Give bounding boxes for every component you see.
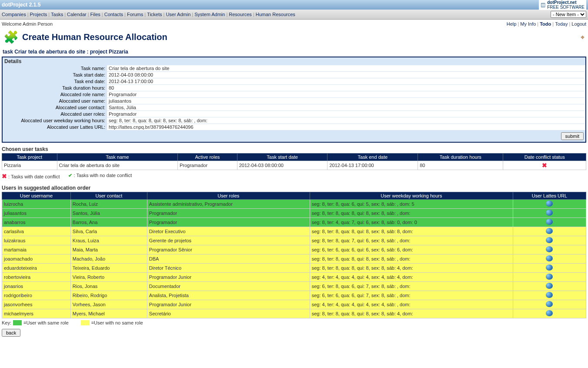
user-row: luizrochaRocha, LuizAssistente administr… — [2, 200, 586, 209]
lattes-icon[interactable] — [546, 301, 553, 307]
lattes-icon[interactable] — [546, 274, 553, 280]
link-todo[interactable]: Todo — [540, 21, 551, 27]
conflict-icon: ✖ — [542, 162, 547, 169]
welcome-links: Help|My Info|Todo|Today|Logout — [507, 21, 586, 27]
user-row: michaelmyersMyers, MichaelSecretárioseg:… — [2, 309, 586, 318]
nav-bar: Companies|Projects|Tasks|Calendar|Files|… — [0, 10, 588, 20]
nav-files[interactable]: Files — [90, 12, 100, 17]
lattes-icon[interactable] — [546, 255, 553, 261]
logo-box[interactable]: ◫ dotProject.netFREE SOFTWARE — [539, 0, 586, 10]
details-panel: Details Task name:Criar tela de abertura… — [2, 57, 586, 143]
nav-calendar[interactable]: Calendar — [67, 12, 87, 17]
logo-sub: FREE SOFTWARE — [547, 5, 585, 10]
nav-user-admin[interactable]: User Admin — [166, 12, 190, 17]
link-logout[interactable]: Logout — [571, 21, 586, 27]
welcome-bar: Welcome Admin Person Help|My Info|Todo|T… — [0, 20, 588, 28]
lattes-icon[interactable] — [546, 237, 553, 243]
page-title: Create Human Resource Allocation — [22, 32, 167, 42]
users-table: User usernameUser contactUser rolesUser … — [2, 192, 586, 318]
user-row: luizakrausKraus, LuizaGerente de projeto… — [2, 236, 586, 245]
nav-tickets[interactable]: Tickets — [147, 12, 162, 17]
nav-forums[interactable]: Forums — [127, 12, 143, 17]
lattes-icon[interactable] — [546, 246, 553, 252]
page-header: 🧩 Create Human Resource Allocation ⌖ — [0, 28, 588, 48]
nav-human-resources[interactable]: Human Resources — [256, 12, 295, 17]
user-row: martamaiaMaia, MartaProgramador Sêniorse… — [2, 245, 586, 254]
lattes-icon[interactable] — [546, 283, 553, 289]
user-row: jonasriosRios, JonasDocumentadorseg: 6, … — [2, 282, 586, 291]
link-help[interactable]: Help — [507, 21, 517, 27]
breadcrumb-icon[interactable]: ⌖ — [581, 33, 585, 41]
nav-links: Companies|Projects|Tasks|Calendar|Files|… — [2, 12, 295, 17]
welcome-text: Welcome Admin Person — [2, 21, 53, 27]
page-subtitle: task Criar tela de abertura do site : pr… — [0, 48, 588, 56]
lattes-icon[interactable] — [546, 219, 553, 225]
submit-button[interactable]: submit — [561, 132, 584, 140]
conflict-icon: ✖ — [2, 173, 7, 180]
lattes-icon[interactable] — [546, 228, 553, 234]
user-row: juliasantosSantos, JúliaProgramadorseg: … — [2, 209, 586, 218]
title-bar: dotProject 2.1.5 ◫ dotProject.netFREE SO… — [0, 0, 588, 10]
nav-contacts[interactable]: Contacts — [104, 12, 123, 17]
user-row: anabarrosBarros, AnaProgramadorseg: 8, t… — [2, 218, 586, 227]
lattes-icon[interactable] — [546, 310, 553, 316]
link-today[interactable]: Today — [555, 21, 568, 27]
users-section-title: Users in suggested allocation order — [0, 182, 588, 192]
key-green-swatch — [13, 320, 22, 325]
conflict-legend: ✖ : Tasks with date conflict ✔ : Tasks w… — [0, 170, 588, 182]
lattes-icon[interactable] — [546, 292, 553, 298]
logo-top: dotProject.net — [547, 0, 576, 5]
puzzle-icon: 🧩 — [3, 30, 19, 44]
nav-companies[interactable]: Companies — [2, 12, 26, 17]
lattes-icon[interactable] — [546, 201, 553, 207]
nav-system-admin[interactable]: System Admin — [194, 12, 225, 17]
back-button[interactable]: back — [2, 329, 20, 337]
key-legend: Key: =User with same role =User with no … — [0, 318, 588, 327]
new-item-select[interactable]: - New Item - — [551, 11, 586, 18]
no-conflict-icon: ✔ — [68, 173, 72, 178]
chosen-tasks-title: Chosen user tasks — [0, 144, 588, 153]
user-row: jasonvorheesVorhees, JasonProgramador Ju… — [2, 300, 586, 309]
app-title: dotProject 2.1.5 — [2, 2, 40, 8]
user-row: robertovieiraVieira, RobertoProgramador … — [2, 273, 586, 282]
table-row: PizzariaCriar tela de abertura do sitePr… — [2, 161, 586, 170]
dotproject-icon: ◫ — [541, 2, 545, 8]
nav-projects[interactable]: Projects — [30, 12, 47, 17]
link-my-info[interactable]: My Info — [520, 21, 536, 27]
lattes-icon[interactable] — [546, 210, 553, 216]
nav-resources[interactable]: Resources — [229, 12, 252, 17]
user-row: carlasilvaSilva, CarlaDiretor Executivos… — [2, 227, 586, 236]
details-header: Details — [3, 57, 585, 65]
chosen-tasks-table: Task projectTask nameActive rolesTask st… — [2, 153, 586, 170]
user-row: joaomachadoMachado, JoãoDBAseg: 8, ter: … — [2, 254, 586, 264]
user-row: eduardoteixeiraTeixeira, EduardoDiretor … — [2, 264, 586, 273]
nav-tasks[interactable]: Tasks — [51, 12, 63, 17]
user-row: rodrigoribeiroRibeiro, RodrigoAnalista, … — [2, 291, 586, 300]
lattes-icon[interactable] — [546, 264, 553, 271]
new-item-dropdown[interactable]: - New Item - — [551, 11, 586, 18]
key-yellow-swatch — [81, 320, 90, 325]
details-table: Task name:Criar tela de abertura do site… — [3, 65, 585, 130]
